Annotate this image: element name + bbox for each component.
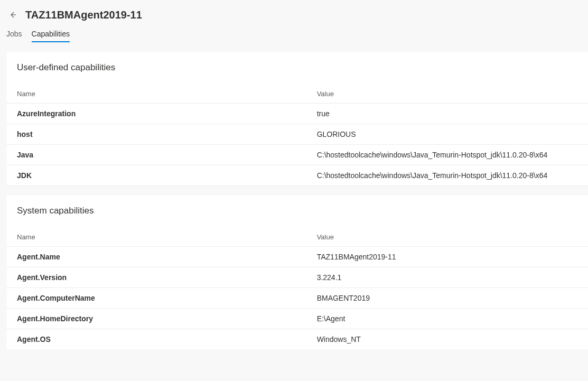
- table-row[interactable]: JDK C:\hostedtoolcache\windows\Java_Temu…: [6, 165, 588, 185]
- capability-value: TAZ11BMAgent2019-11: [317, 253, 577, 261]
- capability-name: host: [17, 130, 317, 138]
- page-header: TAZ11BMAgent2019-11: [0, 8, 588, 25]
- page-title: TAZ11BMAgent2019-11: [25, 9, 142, 21]
- system-capabilities-card: System capabilities Name Value Agent.Nam…: [6, 195, 588, 349]
- capability-value: C:\hostedtoolcache\windows\Java_Temurin-…: [317, 171, 577, 180]
- capability-name: Java: [17, 151, 317, 159]
- capability-value: C:\hostedtoolcache\windows\Java_Temurin-…: [317, 151, 577, 159]
- table-row[interactable]: Agent.Name TAZ11BMAgent2019-11: [6, 247, 588, 267]
- table-header: Name Value: [6, 229, 588, 247]
- capability-value: BMAGENT2019: [317, 294, 577, 302]
- table-header: Name Value: [6, 86, 588, 104]
- column-header-value[interactable]: Value: [317, 90, 577, 98]
- capability-name: Agent.Version: [17, 273, 317, 282]
- table-row[interactable]: Agent.Version 3.224.1: [6, 267, 588, 288]
- user-defined-capabilities-card: User-defined capabilities Name Value Azu…: [6, 52, 588, 185]
- table-row[interactable]: Agent.HomeDirectory E:\Agent: [6, 309, 588, 329]
- capability-value: E:\Agent: [317, 314, 577, 323]
- column-header-name[interactable]: Name: [17, 233, 317, 241]
- capability-name: Agent.OS: [17, 335, 317, 343]
- capability-value: GLORIOUS: [317, 130, 577, 138]
- tab-jobs[interactable]: Jobs: [6, 30, 22, 42]
- capability-name: Agent.ComputerName: [17, 294, 317, 302]
- system-table: Name Value Agent.Name TAZ11BMAgent2019-1…: [6, 229, 588, 349]
- user-defined-table: Name Value AzureIntegration true host GL…: [6, 86, 588, 185]
- capability-name: JDK: [17, 171, 317, 180]
- capability-value: Windows_NT: [317, 335, 577, 343]
- tab-capabilities[interactable]: Capabilities: [32, 30, 70, 42]
- table-row[interactable]: Java C:\hostedtoolcache\windows\Java_Tem…: [6, 145, 588, 165]
- table-row[interactable]: AzureIntegration true: [6, 104, 588, 124]
- table-row[interactable]: Agent.OS Windows_NT: [6, 329, 588, 349]
- column-header-name[interactable]: Name: [17, 90, 317, 98]
- tabs-bar: Jobs Capabilities: [0, 25, 588, 42]
- capability-value: 3.224.1: [317, 273, 577, 282]
- capability-name: Agent.Name: [17, 253, 317, 261]
- card-title-user-defined: User-defined capabilities: [6, 52, 588, 86]
- capability-value: true: [317, 109, 577, 118]
- table-row[interactable]: host GLORIOUS: [6, 124, 588, 145]
- capability-name: Agent.HomeDirectory: [17, 314, 317, 323]
- card-title-system: System capabilities: [6, 195, 588, 229]
- table-row[interactable]: Agent.ComputerName BMAGENT2019: [6, 288, 588, 309]
- back-arrow-icon[interactable]: [6, 8, 19, 21]
- capability-name: AzureIntegration: [17, 109, 317, 118]
- column-header-value[interactable]: Value: [317, 233, 577, 241]
